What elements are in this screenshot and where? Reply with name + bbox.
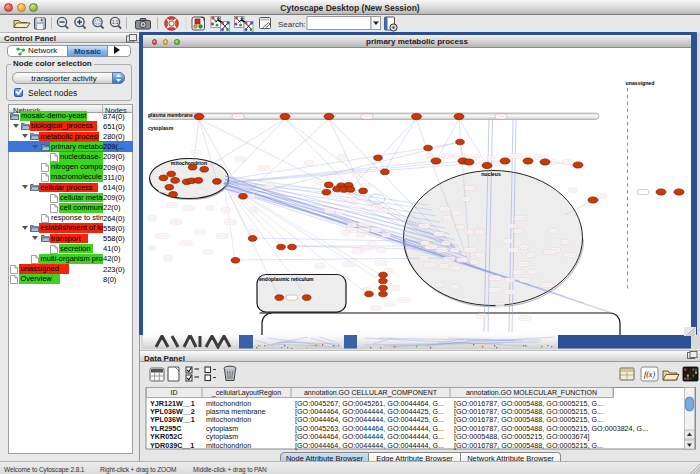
svg-text:mitochondrion: mitochondrion [206, 441, 251, 450]
svg-text:_cellularLayoutRegion: _cellularLayoutRegion [211, 389, 281, 397]
svg-text:mitochondrion: mitochondrion [171, 160, 207, 166]
svg-text:ID: ID [171, 389, 178, 396]
svg-text:Search:: Search: [278, 20, 306, 29]
svg-text:[GO:0016787, GO:0005488, GO:00: [GO:0016787, GO:0005488, GO:0005215, G..… [454, 441, 603, 450]
svg-text:annotation.GO CELLULAR_COMPONE: annotation.GO CELLULAR_COMPONENT [304, 389, 438, 397]
svg-text:f(x): f(x) [644, 370, 655, 379]
svg-text:[GO:0044464, GO:0044444, GO:00: [GO:0044464, GO:0044444, GO:0044444, G..… [295, 441, 444, 450]
svg-text:1:1: 1:1 [112, 20, 119, 25]
svg-text:nucleus: nucleus [481, 171, 501, 177]
svg-text:endoplasmic reticulum: endoplasmic reticulum [259, 276, 314, 282]
svg-text:annotation.GO MOLECULAR_FUNCTI: annotation.GO MOLECULAR_FUNCTION [466, 389, 597, 397]
svg-text:cytoplasm: cytoplasm [148, 125, 174, 131]
svg-text:plasma membrane: plasma membrane [148, 112, 193, 118]
svg-text:unassigned: unassigned [626, 80, 655, 86]
svg-text:YDR039C__1: YDR039C__1 [150, 441, 194, 450]
